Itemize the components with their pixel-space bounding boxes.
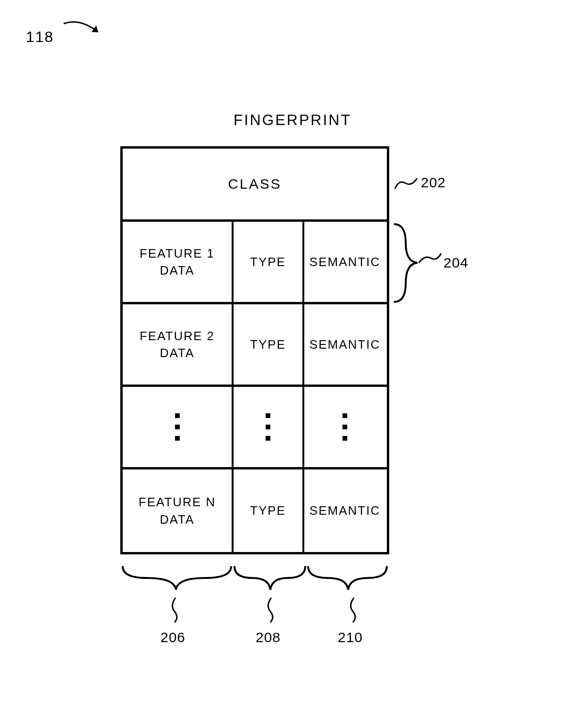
brace-204-icon — [392, 219, 443, 307]
leader-202-icon — [393, 175, 419, 193]
feature-row-2: FEATURE 2DATA TYPE SEMANTIC — [123, 304, 387, 387]
dot-icon — [266, 413, 270, 418]
figure-arrow-icon — [61, 18, 109, 42]
dot-icon — [343, 413, 347, 418]
cell-feature2-semantic: SEMANTIC — [304, 304, 385, 385]
dot-icon — [266, 436, 270, 441]
feature-row-n: FEATURE NDATA TYPE SEMANTIC — [123, 469, 387, 552]
cell-feature1-semantic: SEMANTIC — [304, 222, 385, 302]
leader-208-icon — [262, 596, 285, 625]
fingerprint-table: CLASS FEATURE 1DATA TYPE SEMANTIC FEATUR… — [120, 146, 389, 554]
cell-featuren-type: TYPE — [234, 469, 304, 552]
class-label: CLASS — [228, 176, 281, 192]
bottom-braces-icon — [120, 564, 394, 597]
cell-featuren-semantic: SEMANTIC — [304, 469, 385, 552]
leader-206-icon — [166, 596, 190, 625]
dot-icon — [343, 425, 347, 429]
ellipsis-row — [123, 387, 387, 469]
dot-icon — [175, 425, 180, 429]
ref-208: 208 — [256, 629, 281, 645]
dot-icon — [175, 436, 180, 441]
cell-featuren-data: FEATURE NDATA — [123, 469, 234, 552]
class-row: CLASS — [123, 149, 387, 222]
ref-202: 202 — [421, 175, 446, 191]
cell-feature2-type: TYPE — [234, 304, 304, 385]
cell-feature1-data: FEATURE 1DATA — [123, 222, 234, 302]
cell-feature2-data: FEATURE 2DATA — [123, 304, 234, 385]
cell-feature1-type: TYPE — [234, 222, 304, 302]
figure-number-label: 118 — [26, 28, 54, 46]
ellipsis-data — [123, 387, 234, 467]
ref-204: 204 — [443, 255, 468, 271]
dot-icon — [175, 413, 180, 418]
dot-icon — [343, 436, 347, 441]
ref-210: 210 — [338, 629, 363, 645]
dot-icon — [266, 425, 270, 429]
leader-210-icon — [344, 596, 368, 625]
diagram-title: FINGERPRINT — [0, 111, 585, 129]
ellipsis-semantic — [304, 387, 385, 467]
feature-row-1: FEATURE 1DATA TYPE SEMANTIC — [123, 222, 387, 304]
ellipsis-type — [234, 387, 304, 467]
ref-206: 206 — [160, 629, 185, 645]
